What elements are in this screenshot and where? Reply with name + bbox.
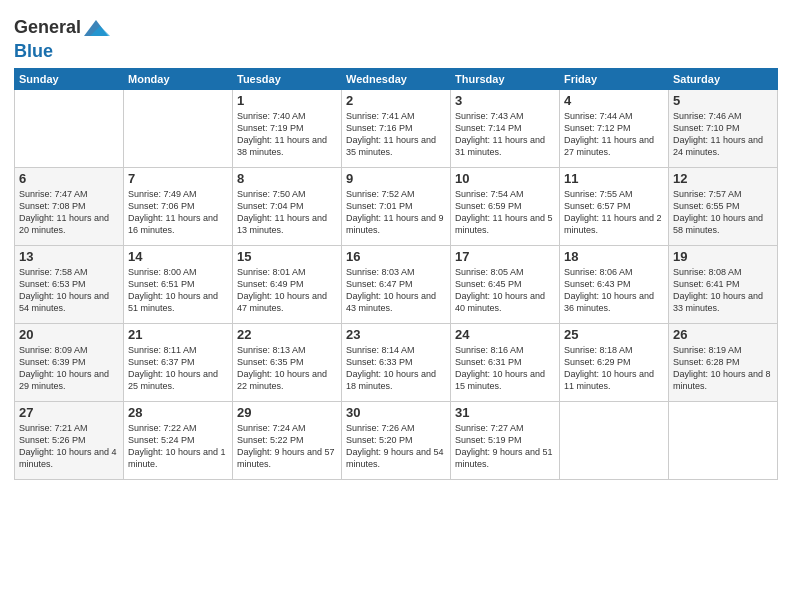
calendar-cell: 19Sunrise: 8:08 AM Sunset: 6:41 PM Dayli…: [669, 245, 778, 323]
day-info: Sunrise: 8:08 AM Sunset: 6:41 PM Dayligh…: [673, 266, 773, 315]
day-header-friday: Friday: [560, 68, 669, 89]
day-header-monday: Monday: [124, 68, 233, 89]
day-number: 14: [128, 249, 228, 264]
day-number: 25: [564, 327, 664, 342]
calendar-cell: 11Sunrise: 7:55 AM Sunset: 6:57 PM Dayli…: [560, 167, 669, 245]
day-header-thursday: Thursday: [451, 68, 560, 89]
day-number: 19: [673, 249, 773, 264]
calendar-cell: 15Sunrise: 8:01 AM Sunset: 6:49 PM Dayli…: [233, 245, 342, 323]
day-info: Sunrise: 7:49 AM Sunset: 7:06 PM Dayligh…: [128, 188, 228, 237]
day-number: 11: [564, 171, 664, 186]
day-number: 9: [346, 171, 446, 186]
day-info: Sunrise: 7:50 AM Sunset: 7:04 PM Dayligh…: [237, 188, 337, 237]
day-number: 31: [455, 405, 555, 420]
calendar-cell: 2Sunrise: 7:41 AM Sunset: 7:16 PM Daylig…: [342, 89, 451, 167]
calendar-cell: [15, 89, 124, 167]
day-number: 2: [346, 93, 446, 108]
day-info: Sunrise: 8:01 AM Sunset: 6:49 PM Dayligh…: [237, 266, 337, 315]
day-info: Sunrise: 7:24 AM Sunset: 5:22 PM Dayligh…: [237, 422, 337, 471]
day-number: 29: [237, 405, 337, 420]
day-number: 7: [128, 171, 228, 186]
day-info: Sunrise: 7:26 AM Sunset: 5:20 PM Dayligh…: [346, 422, 446, 471]
calendar-cell: 9Sunrise: 7:52 AM Sunset: 7:01 PM Daylig…: [342, 167, 451, 245]
day-number: 27: [19, 405, 119, 420]
calendar-cell: 28Sunrise: 7:22 AM Sunset: 5:24 PM Dayli…: [124, 401, 233, 479]
calendar-cell: 14Sunrise: 8:00 AM Sunset: 6:51 PM Dayli…: [124, 245, 233, 323]
day-number: 16: [346, 249, 446, 264]
calendar-cell: 1Sunrise: 7:40 AM Sunset: 7:19 PM Daylig…: [233, 89, 342, 167]
page: General Blue SundayMondayTuesdayWednesda…: [0, 0, 792, 612]
calendar-cell: 4Sunrise: 7:44 AM Sunset: 7:12 PM Daylig…: [560, 89, 669, 167]
calendar-cell: 21Sunrise: 8:11 AM Sunset: 6:37 PM Dayli…: [124, 323, 233, 401]
calendar-cell: 23Sunrise: 8:14 AM Sunset: 6:33 PM Dayli…: [342, 323, 451, 401]
calendar-cell: 13Sunrise: 7:58 AM Sunset: 6:53 PM Dayli…: [15, 245, 124, 323]
logo-general: General: [14, 17, 81, 37]
calendar-cell: 27Sunrise: 7:21 AM Sunset: 5:26 PM Dayli…: [15, 401, 124, 479]
day-info: Sunrise: 8:16 AM Sunset: 6:31 PM Dayligh…: [455, 344, 555, 393]
calendar-cell: 22Sunrise: 8:13 AM Sunset: 6:35 PM Dayli…: [233, 323, 342, 401]
day-number: 15: [237, 249, 337, 264]
day-number: 5: [673, 93, 773, 108]
day-info: Sunrise: 7:40 AM Sunset: 7:19 PM Dayligh…: [237, 110, 337, 159]
day-info: Sunrise: 7:27 AM Sunset: 5:19 PM Dayligh…: [455, 422, 555, 471]
day-number: 12: [673, 171, 773, 186]
day-number: 30: [346, 405, 446, 420]
day-info: Sunrise: 8:18 AM Sunset: 6:29 PM Dayligh…: [564, 344, 664, 393]
calendar-cell: 3Sunrise: 7:43 AM Sunset: 7:14 PM Daylig…: [451, 89, 560, 167]
day-info: Sunrise: 7:22 AM Sunset: 5:24 PM Dayligh…: [128, 422, 228, 471]
day-info: Sunrise: 8:03 AM Sunset: 6:47 PM Dayligh…: [346, 266, 446, 315]
calendar-cell: [124, 89, 233, 167]
calendar-cell: [669, 401, 778, 479]
calendar-cell: 29Sunrise: 7:24 AM Sunset: 5:22 PM Dayli…: [233, 401, 342, 479]
logo: General Blue: [14, 14, 111, 62]
day-number: 17: [455, 249, 555, 264]
day-info: Sunrise: 7:54 AM Sunset: 6:59 PM Dayligh…: [455, 188, 555, 237]
header: General Blue: [14, 10, 778, 62]
day-number: 22: [237, 327, 337, 342]
day-number: 18: [564, 249, 664, 264]
calendar-cell: 5Sunrise: 7:46 AM Sunset: 7:10 PM Daylig…: [669, 89, 778, 167]
day-header-saturday: Saturday: [669, 68, 778, 89]
day-info: Sunrise: 8:00 AM Sunset: 6:51 PM Dayligh…: [128, 266, 228, 315]
day-info: Sunrise: 8:11 AM Sunset: 6:37 PM Dayligh…: [128, 344, 228, 393]
day-info: Sunrise: 7:21 AM Sunset: 5:26 PM Dayligh…: [19, 422, 119, 471]
calendar-cell: 10Sunrise: 7:54 AM Sunset: 6:59 PM Dayli…: [451, 167, 560, 245]
day-info: Sunrise: 8:05 AM Sunset: 6:45 PM Dayligh…: [455, 266, 555, 315]
day-header-tuesday: Tuesday: [233, 68, 342, 89]
calendar-cell: 6Sunrise: 7:47 AM Sunset: 7:08 PM Daylig…: [15, 167, 124, 245]
day-info: Sunrise: 7:43 AM Sunset: 7:14 PM Dayligh…: [455, 110, 555, 159]
calendar-cell: 31Sunrise: 7:27 AM Sunset: 5:19 PM Dayli…: [451, 401, 560, 479]
day-info: Sunrise: 8:09 AM Sunset: 6:39 PM Dayligh…: [19, 344, 119, 393]
day-info: Sunrise: 7:46 AM Sunset: 7:10 PM Dayligh…: [673, 110, 773, 159]
day-info: Sunrise: 7:57 AM Sunset: 6:55 PM Dayligh…: [673, 188, 773, 237]
day-info: Sunrise: 7:47 AM Sunset: 7:08 PM Dayligh…: [19, 188, 119, 237]
day-header-wednesday: Wednesday: [342, 68, 451, 89]
calendar-cell: 20Sunrise: 8:09 AM Sunset: 6:39 PM Dayli…: [15, 323, 124, 401]
calendar-cell: 25Sunrise: 8:18 AM Sunset: 6:29 PM Dayli…: [560, 323, 669, 401]
day-info: Sunrise: 7:58 AM Sunset: 6:53 PM Dayligh…: [19, 266, 119, 315]
day-info: Sunrise: 7:52 AM Sunset: 7:01 PM Dayligh…: [346, 188, 446, 237]
calendar-cell: 24Sunrise: 8:16 AM Sunset: 6:31 PM Dayli…: [451, 323, 560, 401]
calendar-cell: 30Sunrise: 7:26 AM Sunset: 5:20 PM Dayli…: [342, 401, 451, 479]
day-info: Sunrise: 7:55 AM Sunset: 6:57 PM Dayligh…: [564, 188, 664, 237]
calendar: SundayMondayTuesdayWednesdayThursdayFrid…: [14, 68, 778, 480]
day-info: Sunrise: 8:06 AM Sunset: 6:43 PM Dayligh…: [564, 266, 664, 315]
day-info: Sunrise: 7:41 AM Sunset: 7:16 PM Dayligh…: [346, 110, 446, 159]
calendar-cell: 18Sunrise: 8:06 AM Sunset: 6:43 PM Dayli…: [560, 245, 669, 323]
day-number: 10: [455, 171, 555, 186]
day-info: Sunrise: 8:14 AM Sunset: 6:33 PM Dayligh…: [346, 344, 446, 393]
day-info: Sunrise: 8:13 AM Sunset: 6:35 PM Dayligh…: [237, 344, 337, 393]
day-number: 21: [128, 327, 228, 342]
calendar-cell: 16Sunrise: 8:03 AM Sunset: 6:47 PM Dayli…: [342, 245, 451, 323]
day-number: 26: [673, 327, 773, 342]
logo-blue: Blue: [14, 41, 53, 61]
day-number: 6: [19, 171, 119, 186]
day-number: 13: [19, 249, 119, 264]
day-number: 8: [237, 171, 337, 186]
day-number: 23: [346, 327, 446, 342]
calendar-cell: 7Sunrise: 7:49 AM Sunset: 7:06 PM Daylig…: [124, 167, 233, 245]
day-info: Sunrise: 7:44 AM Sunset: 7:12 PM Dayligh…: [564, 110, 664, 159]
calendar-cell: 17Sunrise: 8:05 AM Sunset: 6:45 PM Dayli…: [451, 245, 560, 323]
day-info: Sunrise: 8:19 AM Sunset: 6:28 PM Dayligh…: [673, 344, 773, 393]
calendar-cell: 26Sunrise: 8:19 AM Sunset: 6:28 PM Dayli…: [669, 323, 778, 401]
